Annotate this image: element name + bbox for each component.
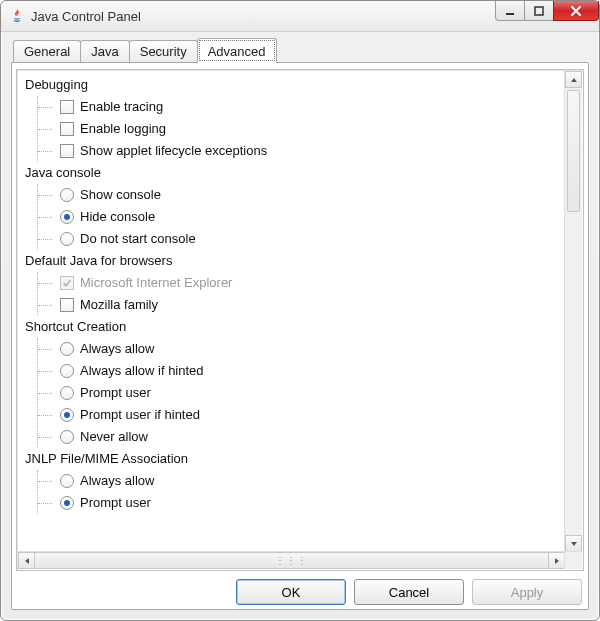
radio-icon (60, 364, 74, 378)
close-button[interactable] (553, 1, 599, 21)
opt-jnlp-always-allow[interactable]: Always allow (38, 470, 583, 492)
option-label: Mozilla family (80, 294, 158, 316)
group-default-java-browsers: Default Java for browsers (23, 250, 583, 272)
option-label: Enable tracing (80, 96, 163, 118)
tab-general[interactable]: General (13, 40, 81, 62)
settings-tree: Debugging Enable tracing Enable logging … (23, 74, 583, 514)
scroll-up-arrow-icon[interactable] (565, 71, 582, 88)
settings-tree-container: Debugging Enable tracing Enable logging … (16, 69, 584, 571)
option-label: Never allow (80, 426, 148, 448)
tabpage-advanced: Debugging Enable tracing Enable logging … (11, 62, 589, 610)
scroll-left-arrow-icon[interactable] (18, 552, 35, 569)
titlebar: Java Control Panel (1, 1, 599, 32)
group-java-console-children: Show console Hide console Do not start c… (37, 184, 583, 250)
scroll-corner (564, 551, 582, 569)
tab-java[interactable]: Java (80, 40, 129, 62)
option-label: Hide console (80, 206, 155, 228)
apply-button: Apply (472, 579, 582, 605)
opt-enable-tracing[interactable]: Enable tracing (38, 96, 583, 118)
opt-jnlp-prompt-user[interactable]: Prompt user (38, 492, 583, 514)
opt-hide-console[interactable]: Hide console (38, 206, 583, 228)
titlebar-left: Java Control Panel (9, 1, 495, 31)
option-label: Always allow (80, 470, 154, 492)
group-java-console: Java console (23, 162, 583, 184)
radio-icon (60, 386, 74, 400)
maximize-button[interactable] (524, 1, 554, 21)
vertical-scrollbar[interactable] (564, 71, 582, 552)
checkbox-icon (60, 100, 74, 114)
ok-button[interactable]: OK (236, 579, 346, 605)
checkbox-icon (60, 276, 74, 290)
opt-mozilla-family[interactable]: Mozilla family (38, 294, 583, 316)
cancel-button[interactable]: Cancel (354, 579, 464, 605)
minimize-button[interactable] (495, 1, 525, 21)
scroll-thumb[interactable] (567, 90, 580, 212)
svg-rect-0 (506, 13, 514, 15)
radio-icon (60, 408, 74, 422)
dialog-buttons: OK Cancel Apply (16, 571, 584, 605)
option-label: Enable logging (80, 118, 166, 140)
option-label: Prompt user if hinted (80, 404, 200, 426)
option-label: Always allow (80, 338, 154, 360)
radio-icon (60, 232, 74, 246)
option-label: Show applet lifecycle exceptions (80, 140, 267, 162)
java-icon (9, 8, 25, 24)
tabstrip: General Java Security Advanced (11, 38, 589, 62)
option-label: Always allow if hinted (80, 360, 204, 382)
option-label: Prompt user (80, 382, 151, 404)
group-debugging: Debugging (23, 74, 583, 96)
opt-sc-prompt-user-hinted[interactable]: Prompt user if hinted (38, 404, 583, 426)
group-jnlp-assoc: JNLP File/MIME Association (23, 448, 583, 470)
tab-advanced[interactable]: Advanced (197, 38, 277, 63)
window-frame: Java Control Panel General Java Security… (0, 0, 600, 621)
opt-sc-never-allow[interactable]: Never allow (38, 426, 583, 448)
checkbox-icon (60, 144, 74, 158)
window-title: Java Control Panel (31, 9, 141, 24)
opt-show-applet-exceptions[interactable]: Show applet lifecycle exceptions (38, 140, 583, 162)
group-shortcut-creation: Shortcut Creation (23, 316, 583, 338)
group-jnlp-assoc-children: Always allow Prompt user (37, 470, 583, 514)
settings-tree-viewport: Debugging Enable tracing Enable logging … (17, 70, 583, 570)
scroll-down-arrow-icon[interactable] (565, 535, 582, 552)
tab-security[interactable]: Security (129, 40, 198, 62)
client-area: General Java Security Advanced Debugging… (1, 32, 599, 620)
option-label: Microsoft Internet Explorer (80, 272, 232, 294)
group-debugging-children: Enable tracing Enable logging Show apple… (37, 96, 583, 162)
option-label: Do not start console (80, 228, 196, 250)
window-controls (495, 1, 599, 31)
option-label: Prompt user (80, 492, 151, 514)
opt-show-console[interactable]: Show console (38, 184, 583, 206)
opt-do-not-start-console[interactable]: Do not start console (38, 228, 583, 250)
svg-rect-1 (535, 7, 543, 15)
scroll-right-arrow-icon[interactable] (548, 552, 565, 569)
hscroll-track[interactable]: ⋮⋮⋮ (34, 552, 549, 569)
opt-sc-always-allow[interactable]: Always allow (38, 338, 583, 360)
opt-sc-always-allow-hinted[interactable]: Always allow if hinted (38, 360, 583, 382)
radio-icon (60, 210, 74, 224)
radio-icon (60, 188, 74, 202)
grip-icon: ⋮⋮⋮ (275, 555, 308, 566)
option-label: Show console (80, 184, 161, 206)
opt-msie: Microsoft Internet Explorer (38, 272, 583, 294)
group-default-java-browsers-children: Microsoft Internet Explorer Mozilla fami… (37, 272, 583, 316)
checkbox-icon (60, 122, 74, 136)
radio-icon (60, 430, 74, 444)
radio-icon (60, 496, 74, 510)
checkbox-icon (60, 298, 74, 312)
radio-icon (60, 474, 74, 488)
opt-sc-prompt-user[interactable]: Prompt user (38, 382, 583, 404)
radio-icon (60, 342, 74, 356)
opt-enable-logging[interactable]: Enable logging (38, 118, 583, 140)
group-shortcut-creation-children: Always allow Always allow if hinted Prom… (37, 338, 583, 448)
horizontal-scrollbar[interactable]: ⋮⋮⋮ (18, 551, 565, 569)
